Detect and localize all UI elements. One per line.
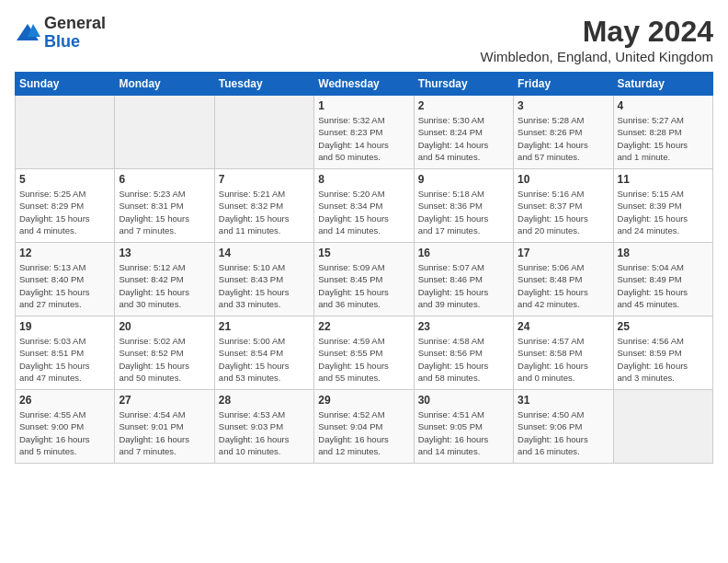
calendar-cell: 19Sunrise: 5:03 AM Sunset: 8:51 PM Dayli…	[16, 316, 115, 390]
day-number: 23	[418, 320, 509, 333]
day-info: Sunrise: 4:58 AM Sunset: 8:56 PM Dayligh…	[418, 335, 509, 384]
calendar-cell	[16, 96, 115, 169]
day-info: Sunrise: 5:12 AM Sunset: 8:42 PM Dayligh…	[119, 261, 210, 310]
calendar-cell: 7Sunrise: 5:21 AM Sunset: 8:32 PM Daylig…	[214, 169, 313, 243]
calendar-cell: 22Sunrise: 4:59 AM Sunset: 8:55 PM Dayli…	[314, 316, 414, 390]
day-info: Sunrise: 5:04 AM Sunset: 8:49 PM Dayligh…	[618, 261, 709, 310]
day-info: Sunrise: 4:56 AM Sunset: 8:59 PM Dayligh…	[618, 335, 709, 384]
calendar-cell: 21Sunrise: 5:00 AM Sunset: 8:54 PM Dayli…	[214, 316, 313, 390]
day-number: 17	[518, 247, 609, 259]
day-number: 21	[219, 320, 310, 333]
day-number: 20	[119, 320, 210, 333]
day-info: Sunrise: 5:28 AM Sunset: 8:26 PM Dayligh…	[518, 114, 609, 163]
calendar-cell	[214, 96, 313, 169]
day-number: 14	[219, 247, 310, 259]
day-info: Sunrise: 5:07 AM Sunset: 8:46 PM Dayligh…	[418, 261, 509, 310]
day-info: Sunrise: 5:10 AM Sunset: 8:43 PM Dayligh…	[219, 261, 310, 310]
day-number: 12	[19, 247, 110, 259]
day-number: 3	[518, 99, 609, 112]
day-number: 15	[318, 247, 409, 259]
day-number: 25	[618, 320, 709, 333]
week-row-5: 26Sunrise: 4:55 AM Sunset: 9:00 PM Dayli…	[16, 390, 713, 464]
calendar-cell: 8Sunrise: 5:20 AM Sunset: 8:34 PM Daylig…	[314, 169, 414, 243]
calendar-cell: 1Sunrise: 5:32 AM Sunset: 8:23 PM Daylig…	[314, 96, 414, 169]
day-info: Sunrise: 5:32 AM Sunset: 8:23 PM Dayligh…	[318, 114, 409, 163]
calendar-cell: 20Sunrise: 5:02 AM Sunset: 8:52 PM Dayli…	[115, 316, 214, 390]
week-row-3: 12Sunrise: 5:13 AM Sunset: 8:40 PM Dayli…	[16, 243, 713, 316]
day-number: 11	[618, 173, 709, 186]
day-info: Sunrise: 4:51 AM Sunset: 9:05 PM Dayligh…	[418, 408, 509, 457]
calendar-cell: 31Sunrise: 4:50 AM Sunset: 9:06 PM Dayli…	[514, 390, 613, 464]
day-info: Sunrise: 5:13 AM Sunset: 8:40 PM Dayligh…	[19, 261, 110, 310]
header-cell-thursday: Thursday	[414, 73, 513, 96]
calendar-cell: 30Sunrise: 4:51 AM Sunset: 9:05 PM Dayli…	[414, 390, 513, 464]
day-number: 5	[19, 173, 110, 186]
day-number: 27	[119, 394, 210, 407]
day-info: Sunrise: 4:53 AM Sunset: 9:03 PM Dayligh…	[219, 408, 310, 457]
calendar-cell: 25Sunrise: 4:56 AM Sunset: 8:59 PM Dayli…	[613, 316, 712, 390]
day-number: 9	[418, 173, 509, 186]
day-number: 7	[219, 173, 310, 186]
day-info: Sunrise: 4:57 AM Sunset: 8:58 PM Dayligh…	[518, 335, 609, 384]
day-info: Sunrise: 5:21 AM Sunset: 8:32 PM Dayligh…	[219, 188, 310, 236]
logo-icon	[15, 20, 40, 46]
calendar-header: SundayMondayTuesdayWednesdayThursdayFrid…	[16, 73, 713, 96]
page-header: General Blue May 2024 Wimbledon, England…	[15, 15, 713, 64]
day-info: Sunrise: 5:25 AM Sunset: 8:29 PM Dayligh…	[19, 188, 110, 236]
day-info: Sunrise: 4:55 AM Sunset: 9:00 PM Dayligh…	[19, 408, 110, 457]
day-number: 18	[618, 247, 709, 259]
calendar-body: 1Sunrise: 5:32 AM Sunset: 8:23 PM Daylig…	[16, 96, 713, 464]
day-info: Sunrise: 5:15 AM Sunset: 8:39 PM Dayligh…	[618, 188, 709, 236]
day-number: 26	[19, 394, 110, 407]
day-info: Sunrise: 5:06 AM Sunset: 8:48 PM Dayligh…	[518, 261, 609, 310]
calendar-cell: 26Sunrise: 4:55 AM Sunset: 9:00 PM Dayli…	[16, 390, 115, 464]
calendar-cell: 3Sunrise: 5:28 AM Sunset: 8:26 PM Daylig…	[514, 96, 613, 169]
calendar-cell: 28Sunrise: 4:53 AM Sunset: 9:03 PM Dayli…	[214, 390, 313, 464]
day-number: 6	[119, 173, 210, 186]
calendar-cell: 16Sunrise: 5:07 AM Sunset: 8:46 PM Dayli…	[414, 243, 513, 316]
day-info: Sunrise: 5:18 AM Sunset: 8:36 PM Dayligh…	[418, 188, 509, 236]
logo-text: General Blue	[44, 15, 106, 52]
calendar-cell	[115, 96, 214, 169]
header-cell-wednesday: Wednesday	[314, 73, 414, 96]
day-info: Sunrise: 4:50 AM Sunset: 9:06 PM Dayligh…	[518, 408, 609, 457]
header-cell-monday: Monday	[115, 73, 214, 96]
calendar-cell: 12Sunrise: 5:13 AM Sunset: 8:40 PM Dayli…	[16, 243, 115, 316]
day-number: 16	[418, 247, 509, 259]
calendar-cell: 11Sunrise: 5:15 AM Sunset: 8:39 PM Dayli…	[613, 169, 712, 243]
day-number: 29	[318, 394, 409, 407]
day-info: Sunrise: 5:16 AM Sunset: 8:37 PM Dayligh…	[518, 188, 609, 236]
calendar-cell: 23Sunrise: 4:58 AM Sunset: 8:56 PM Dayli…	[414, 316, 513, 390]
header-row: SundayMondayTuesdayWednesdayThursdayFrid…	[16, 73, 713, 96]
day-number: 8	[318, 173, 409, 186]
week-row-4: 19Sunrise: 5:03 AM Sunset: 8:51 PM Dayli…	[16, 316, 713, 390]
week-row-2: 5Sunrise: 5:25 AM Sunset: 8:29 PM Daylig…	[16, 169, 713, 243]
day-number: 24	[518, 320, 609, 333]
day-number: 30	[418, 394, 509, 407]
month-title: May 2024	[481, 15, 713, 49]
week-row-1: 1Sunrise: 5:32 AM Sunset: 8:23 PM Daylig…	[16, 96, 713, 169]
calendar-cell: 4Sunrise: 5:27 AM Sunset: 8:28 PM Daylig…	[613, 96, 712, 169]
calendar-cell: 13Sunrise: 5:12 AM Sunset: 8:42 PM Dayli…	[115, 243, 214, 316]
calendar-table: SundayMondayTuesdayWednesdayThursdayFrid…	[15, 72, 713, 464]
day-number: 10	[518, 173, 609, 186]
day-number: 19	[19, 320, 110, 333]
day-info: Sunrise: 5:09 AM Sunset: 8:45 PM Dayligh…	[318, 261, 409, 310]
day-info: Sunrise: 5:03 AM Sunset: 8:51 PM Dayligh…	[19, 335, 110, 384]
day-number: 2	[418, 99, 509, 112]
day-number: 28	[219, 394, 310, 407]
calendar-cell: 27Sunrise: 4:54 AM Sunset: 9:01 PM Dayli…	[115, 390, 214, 464]
day-number: 31	[518, 394, 609, 407]
calendar-cell: 9Sunrise: 5:18 AM Sunset: 8:36 PM Daylig…	[414, 169, 513, 243]
logo-general: General	[44, 15, 106, 33]
day-info: Sunrise: 4:52 AM Sunset: 9:04 PM Dayligh…	[318, 408, 409, 457]
day-info: Sunrise: 4:54 AM Sunset: 9:01 PM Dayligh…	[119, 408, 210, 457]
day-number: 4	[618, 99, 709, 112]
calendar-cell: 18Sunrise: 5:04 AM Sunset: 8:49 PM Dayli…	[613, 243, 712, 316]
location: Wimbledon, England, United Kingdom	[481, 49, 713, 64]
day-info: Sunrise: 5:27 AM Sunset: 8:28 PM Dayligh…	[618, 114, 709, 163]
header-cell-sunday: Sunday	[16, 73, 115, 96]
calendar-cell: 10Sunrise: 5:16 AM Sunset: 8:37 PM Dayli…	[514, 169, 613, 243]
calendar-cell: 2Sunrise: 5:30 AM Sunset: 8:24 PM Daylig…	[414, 96, 513, 169]
day-info: Sunrise: 5:02 AM Sunset: 8:52 PM Dayligh…	[119, 335, 210, 384]
